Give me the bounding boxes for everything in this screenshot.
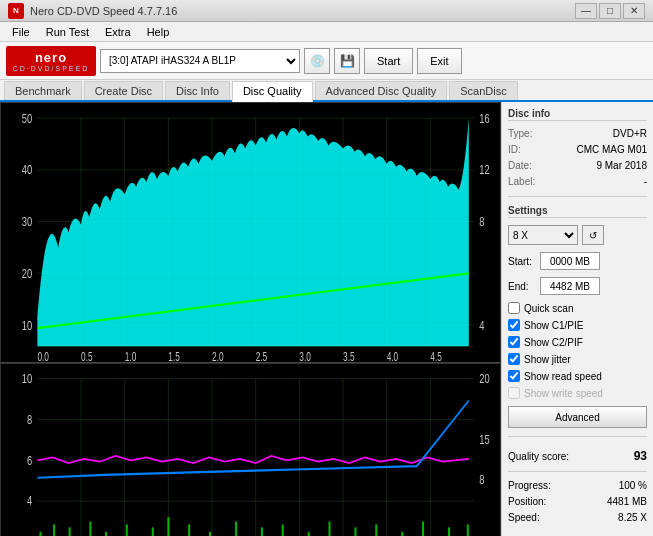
svg-text:8: 8: [479, 213, 485, 228]
quality-score-row: Quality score: 93: [508, 449, 647, 463]
tab-advanced-disc-quality[interactable]: Advanced Disc Quality: [315, 81, 448, 100]
svg-text:1.5: 1.5: [168, 351, 180, 362]
title-bar-controls: — □ ✕: [575, 3, 645, 19]
svg-rect-36: [1, 364, 500, 537]
tab-create-disc[interactable]: Create Disc: [84, 81, 163, 100]
save-button[interactable]: 💾: [334, 48, 360, 74]
toolbar: nero CD·DVD/SPEED [3:0] ATAPI iHAS324 A …: [0, 42, 653, 80]
minimize-button[interactable]: —: [575, 3, 597, 19]
menu-extra[interactable]: Extra: [97, 24, 139, 40]
svg-text:3.5: 3.5: [343, 351, 355, 362]
svg-rect-63: [282, 524, 284, 536]
svg-rect-68: [401, 531, 403, 536]
svg-text:30: 30: [22, 213, 33, 228]
exit-button[interactable]: Exit: [417, 48, 461, 74]
svg-rect-61: [235, 521, 237, 536]
start-input[interactable]: [540, 252, 600, 270]
svg-text:1.0: 1.0: [125, 351, 137, 362]
svg-text:10: 10: [22, 317, 33, 332]
disc-date-row: Date: 9 Mar 2018: [508, 160, 647, 171]
upper-chart: 50 40 30 20 10 16 12 8 4 0.0 0.5 1.0 1.5…: [0, 102, 501, 363]
svg-rect-62: [261, 527, 263, 536]
show-c2-pif-checkbox[interactable]: [508, 336, 520, 348]
svg-text:8: 8: [479, 472, 484, 486]
show-jitter-checkbox[interactable]: [508, 353, 520, 365]
svg-rect-60: [209, 531, 211, 536]
show-read-speed-checkbox[interactable]: [508, 370, 520, 382]
menu-file[interactable]: File: [4, 24, 38, 40]
show-read-speed-row: Show read speed: [508, 370, 647, 382]
tab-disc-quality[interactable]: Disc Quality: [232, 81, 313, 102]
show-c2-pif-row: Show C2/PIF: [508, 336, 647, 348]
disc-id-row: ID: CMC MAG M01: [508, 144, 647, 155]
svg-rect-67: [375, 524, 377, 536]
svg-text:8: 8: [27, 412, 32, 426]
svg-rect-53: [69, 527, 71, 536]
svg-rect-52: [53, 524, 55, 536]
svg-text:0.5: 0.5: [81, 351, 93, 362]
svg-rect-57: [152, 527, 154, 536]
show-write-speed-checkbox: [508, 387, 520, 399]
lower-chart: 10 8 6 4 2 20 15 8 0.0 0.5 1.0 1.5 2.0 2…: [0, 363, 501, 537]
end-row: End:: [508, 277, 647, 295]
svg-text:4.0: 4.0: [387, 351, 399, 362]
menu-help[interactable]: Help: [139, 24, 178, 40]
speed-row-progress: Speed: 8.25 X: [508, 512, 647, 523]
quick-scan-row: Quick scan: [508, 302, 647, 314]
speed-row: 8 X ↺: [508, 225, 647, 245]
svg-text:3.0: 3.0: [299, 351, 311, 362]
svg-rect-55: [105, 531, 107, 536]
quick-scan-checkbox[interactable]: [508, 302, 520, 314]
end-input[interactable]: [540, 277, 600, 295]
svg-rect-58: [167, 517, 169, 536]
menu-bar: File Run Test Extra Help: [0, 22, 653, 42]
svg-rect-51: [39, 531, 41, 536]
svg-text:4.5: 4.5: [430, 351, 442, 362]
maximize-button[interactable]: □: [599, 3, 621, 19]
disc-type-row: Type: DVD+R: [508, 128, 647, 139]
svg-rect-65: [328, 521, 330, 536]
svg-rect-64: [308, 531, 310, 536]
svg-text:50: 50: [22, 110, 33, 125]
show-write-speed-row: Show write speed: [508, 387, 647, 399]
drive-select[interactable]: [3:0] ATAPI iHAS324 A BL1P: [100, 49, 300, 73]
tab-scan-disc[interactable]: ScanDisc: [449, 81, 517, 100]
svg-text:2.0: 2.0: [212, 351, 224, 362]
settings-title: Settings: [508, 205, 647, 218]
svg-text:20: 20: [22, 265, 33, 280]
close-button[interactable]: ✕: [623, 3, 645, 19]
progress-row: Progress: 100 %: [508, 480, 647, 491]
svg-rect-54: [89, 521, 91, 536]
title-bar-text: Nero CD-DVD Speed 4.7.7.16: [30, 5, 177, 17]
disc-icon-button[interactable]: 💿: [304, 48, 330, 74]
show-c1-pie-row: Show C1/PIE: [508, 319, 647, 331]
position-row: Position: 4481 MB: [508, 496, 647, 507]
svg-text:4: 4: [27, 493, 32, 507]
svg-rect-56: [126, 524, 128, 536]
app-icon: N: [8, 3, 24, 19]
speed-select[interactable]: 8 X: [508, 225, 578, 245]
disc-label-row: Label: -: [508, 176, 647, 187]
svg-text:16: 16: [479, 110, 489, 125]
show-c1-pie-checkbox[interactable]: [508, 319, 520, 331]
svg-rect-59: [188, 524, 190, 536]
quality-score-value: 93: [634, 449, 647, 463]
tab-bar: Benchmark Create Disc Disc Info Disc Qua…: [0, 80, 653, 102]
charts-column: 50 40 30 20 10 16 12 8 4 0.0 0.5 1.0 1.5…: [0, 102, 501, 536]
refresh-button[interactable]: ↺: [582, 225, 604, 245]
tab-benchmark[interactable]: Benchmark: [4, 81, 82, 100]
svg-text:20: 20: [479, 371, 489, 385]
svg-rect-69: [422, 521, 424, 536]
advanced-button[interactable]: Advanced: [508, 406, 647, 428]
svg-rect-71: [467, 524, 469, 536]
svg-rect-66: [354, 527, 356, 536]
title-bar-left: N Nero CD-DVD Speed 4.7.7.16: [8, 3, 177, 19]
start-button[interactable]: Start: [364, 48, 413, 74]
tab-disc-info[interactable]: Disc Info: [165, 81, 230, 100]
right-panel: Disc info Type: DVD+R ID: CMC MAG M01 Da…: [501, 102, 653, 536]
menu-run-test[interactable]: Run Test: [38, 24, 97, 40]
title-bar: N Nero CD-DVD Speed 4.7.7.16 — □ ✕: [0, 0, 653, 22]
svg-rect-70: [448, 527, 450, 536]
nero-logo: nero CD·DVD/SPEED: [6, 46, 96, 76]
svg-text:6: 6: [27, 453, 32, 467]
